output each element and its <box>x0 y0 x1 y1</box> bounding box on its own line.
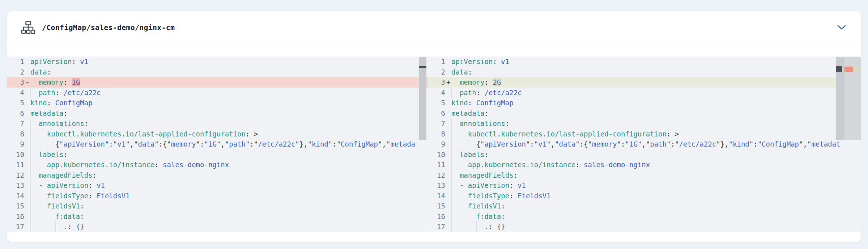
code-line: 4 path: /etc/a22c <box>7 88 428 98</box>
code-text: app.kubernetes.io/instance: sales-demo-n… <box>30 160 428 170</box>
resource-path-title: /ConfigMap/sales-demo/nginx-cm <box>42 23 175 32</box>
line-number: 14 <box>428 191 445 201</box>
line-number: 7 <box>7 118 24 129</box>
code-text: labels: <box>451 149 861 160</box>
code-line: 8 kubectl.kubernetes.io/last-applied-con… <box>7 129 428 139</box>
line-number: 1 <box>428 56 445 67</box>
code-line: 12 managedFields: <box>428 170 861 181</box>
line-number: 5 <box>428 98 445 108</box>
code-text: apiVersion: v1 <box>30 56 428 67</box>
line-number: 4 <box>7 88 24 98</box>
code-line: 7 annotations: <box>428 118 861 129</box>
code-line: 11 app.kubernetes.io/instance: sales-dem… <box>7 160 428 170</box>
code-line: 17 .: {} <box>428 221 861 232</box>
line-number: 13 <box>428 180 445 191</box>
code-text: annotations: <box>30 118 428 129</box>
code-text: managedFields: <box>451 170 861 181</box>
line-number: 3 <box>7 77 24 88</box>
code-text: kind: ConfigMap <box>30 98 428 108</box>
line-number: 10 <box>428 149 445 160</box>
code-text: metadata: <box>451 108 861 119</box>
line-number: 13 <box>7 180 24 191</box>
code-text: apiVersion: v1 <box>451 56 861 67</box>
card-header: /ConfigMap/sales-demo/nginx-cm <box>7 11 861 44</box>
code-line: 5kind: ConfigMap <box>428 98 861 108</box>
line-number: 6 <box>428 108 445 119</box>
code-line: 8 kubectl.kubernetes.io/last-applied-con… <box>428 129 861 139</box>
line-number: 7 <box>428 118 445 129</box>
code-line: 4 path: /etc/a22c <box>428 88 861 98</box>
code-line: 3- memory: 1G <box>7 77 428 88</box>
code-text: memory: 2G <box>451 77 861 88</box>
code-text: fieldsV1: <box>30 201 428 211</box>
line-number: 8 <box>7 129 24 139</box>
line-number: 16 <box>7 211 24 222</box>
code-line: 12 managedFields: <box>7 170 428 181</box>
code-text: kubectl.kubernetes.io/last-applied-confi… <box>30 129 428 139</box>
page: /ConfigMap/sales-demo/nginx-cm 1apiVersi… <box>0 0 868 249</box>
line-number: 6 <box>7 108 24 119</box>
code-line: 13 - apiVersion: v1 <box>7 180 428 191</box>
code-text: f:data: <box>30 211 428 222</box>
code-line: 3+ memory: 2G <box>428 77 861 88</box>
line-number: 17 <box>428 221 445 232</box>
code-text: {"apiVersion":"v1","data":{"memory":"1G"… <box>30 139 428 149</box>
code-line: 13 - apiVersion: v1 <box>428 180 861 191</box>
code-line: 9 {"apiVersion":"v1","data":{"memory":"1… <box>428 139 861 149</box>
modified-scrollbar-thumb[interactable] <box>836 57 844 140</box>
code-line: 14 fieldsType: FieldsV1 <box>7 191 428 201</box>
resource-diff-card: /ConfigMap/sales-demo/nginx-cm 1apiVersi… <box>7 11 861 242</box>
modified-scrollbar-change-mark <box>836 66 842 72</box>
original-scrollbar-change-mark <box>419 66 426 68</box>
code-line: 1apiVersion: v1 <box>428 56 861 67</box>
ruler-removed-mark <box>844 67 853 72</box>
code-text: path: /etc/a22c <box>451 88 861 98</box>
line-number: 2 <box>7 67 24 77</box>
diff-pane-modified[interactable]: 1apiVersion: v12data:3+ memory: 2G4 path… <box>428 56 861 232</box>
header-divider <box>7 44 861 44</box>
line-number: 10 <box>7 149 24 160</box>
code-text: managedFields: <box>30 170 428 181</box>
code-line: 15 fieldsV1: <box>428 201 861 211</box>
line-number: 11 <box>428 160 445 170</box>
code-line: 16 f:data: <box>7 211 428 222</box>
code-line: 15 fieldsV1: <box>7 201 428 211</box>
code-text: fieldsV1: <box>451 201 861 211</box>
overview-ruler[interactable] <box>836 57 861 140</box>
code-line: 6metadata: <box>7 108 428 119</box>
chevron-down-icon[interactable] <box>837 25 846 30</box>
code-text: - apiVersion: v1 <box>451 180 861 191</box>
line-number: 2 <box>428 67 445 77</box>
code-text: .: {} <box>451 221 861 232</box>
code-text: fieldsType: FieldsV1 <box>451 191 861 201</box>
line-number: 11 <box>7 160 24 170</box>
code-text: path: /etc/a22c <box>30 88 428 98</box>
code-line: 10 labels: <box>7 149 428 160</box>
code-text: memory: 1G <box>30 77 428 88</box>
code-line: 6metadata: <box>428 108 861 119</box>
code-text: data: <box>451 67 861 77</box>
code-text: kubectl.kubernetes.io/last-applied-confi… <box>451 129 861 139</box>
code-line: 16 f:data: <box>428 211 861 222</box>
original-scrollbar-thumb[interactable] <box>419 57 426 140</box>
removed-line-sign: - <box>25 77 29 88</box>
line-number: 3 <box>428 77 445 88</box>
line-number: 15 <box>428 201 445 211</box>
code-line: 14 fieldsType: FieldsV1 <box>428 191 861 201</box>
line-number: 9 <box>428 139 445 149</box>
line-number: 14 <box>7 191 24 201</box>
code-line: 2data: <box>428 67 861 77</box>
line-number: 1 <box>7 56 24 67</box>
code-line: 17 .: {} <box>7 221 428 232</box>
code-line: 11 app.kubernetes.io/instance: sales-dem… <box>428 160 861 170</box>
code-line: 1apiVersion: v1 <box>7 56 428 67</box>
code-text: {"apiVersion":"v1","data":{"memory":"1G"… <box>451 139 861 149</box>
line-number: 5 <box>7 98 24 108</box>
line-number: 15 <box>7 201 24 211</box>
code-text: .: {} <box>30 221 428 232</box>
code-text: app.kubernetes.io/instance: sales-demo-n… <box>451 160 861 170</box>
sitemap-icon <box>21 21 35 34</box>
diff-pane-original[interactable]: 1apiVersion: v12data:3- memory: 1G4 path… <box>7 56 428 232</box>
line-number: 8 <box>428 129 445 139</box>
code-text: f:data: <box>451 211 861 222</box>
